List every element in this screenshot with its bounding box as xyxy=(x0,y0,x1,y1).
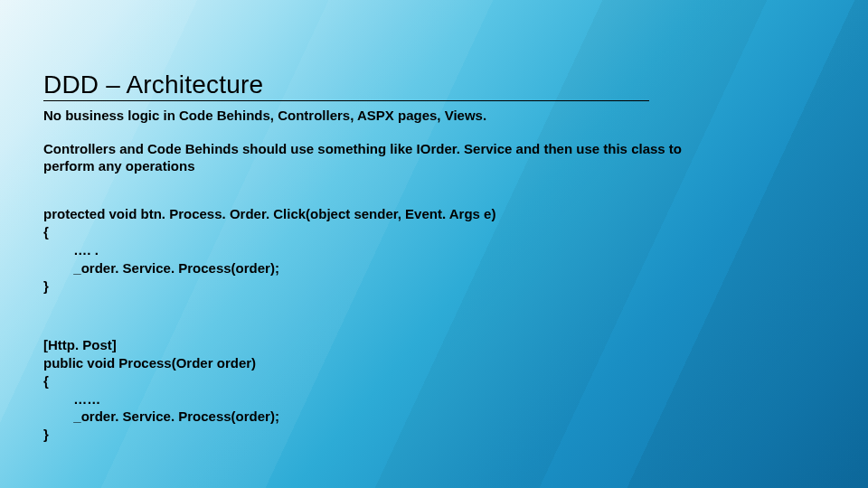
code-line: _order. Service. Process(order); xyxy=(43,408,279,424)
paragraph-1: No business logic in Code Behinds, Contr… xyxy=(43,107,705,124)
code-line: public void Process(Order order) xyxy=(43,355,256,371)
slide-content: DDD – Architecture No business logic in … xyxy=(0,0,705,444)
code-line: …… xyxy=(43,391,100,407)
code-line: } xyxy=(43,427,49,442)
paragraph-2: Controllers and Code Behinds should use … xyxy=(43,140,705,174)
code-line: } xyxy=(43,278,49,294)
code-block-1: protected void btn. Process. Order. Clic… xyxy=(43,188,705,296)
code-line: …. . xyxy=(43,242,99,258)
slide-title: DDD – Architecture xyxy=(43,70,649,101)
code-line: { xyxy=(43,373,49,389)
code-line: protected void btn. Process. Order. Clic… xyxy=(43,206,495,221)
code-line: [Http. Post] xyxy=(43,337,117,352)
code-line: { xyxy=(43,224,49,239)
code-block-2: [Http. Post] public void Process(Order o… xyxy=(43,318,705,444)
code-line: _order. Service. Process(order); xyxy=(43,260,279,276)
